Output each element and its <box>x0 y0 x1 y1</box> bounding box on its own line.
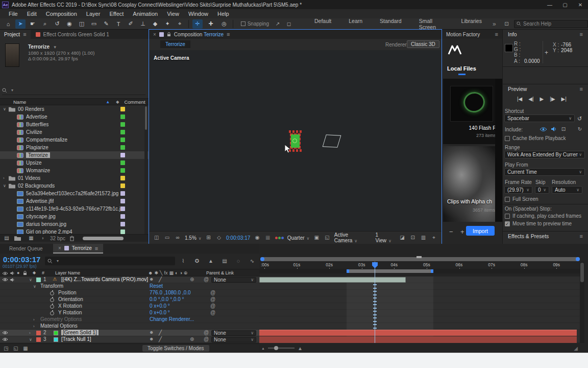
expander-icon[interactable]: › <box>3 176 9 180</box>
panel-menu-icon[interactable]: ≡ <box>580 233 583 239</box>
label-chip[interactable] <box>36 331 41 335</box>
label-chip[interactable] <box>120 107 125 111</box>
play-from-dropdown[interactable]: Current Time∨ <box>504 168 585 176</box>
label-chip[interactable] <box>120 206 125 211</box>
expander-icon[interactable]: ∨ <box>3 183 9 188</box>
transparency-grid-icon[interactable]: ◱ <box>324 235 331 241</box>
workspace-tab[interactable]: Libraries <box>453 18 491 30</box>
label-chip[interactable] <box>120 160 125 165</box>
timeline-row[interactable]: Y Rotation 0 x+0.0 ° @ <box>0 310 259 316</box>
transport-button[interactable]: ◀| <box>528 96 533 102</box>
timeline-search[interactable]: ▾ <box>45 257 175 265</box>
parent-dropdown[interactable]: None∨ <box>211 330 256 336</box>
trash-icon[interactable] <box>69 236 75 241</box>
axis-mode-button[interactable]: ◎ <box>219 19 229 29</box>
label-chip[interactable] <box>120 153 125 157</box>
renderer-button[interactable]: Classic 3D <box>407 40 439 48</box>
label-chip[interactable] <box>120 176 125 180</box>
timeline-option-icon[interactable]: ✪ <box>193 258 201 264</box>
eye-column-icon[interactable] <box>2 271 8 275</box>
menu-item[interactable]: File <box>4 11 22 17</box>
layer-bar-camera[interactable] <box>259 277 406 283</box>
tab-timeline-terrorize[interactable]: × Terrorize ≡ <box>53 244 103 254</box>
tool-button[interactable]: ☛ <box>28 19 38 29</box>
transport-button[interactable]: ▶ <box>540 96 544 102</box>
full-screen-checkbox[interactable] <box>505 197 510 202</box>
project-item[interactable]: Butterflies <box>0 121 149 128</box>
row-name[interactable]: Transform <box>40 283 63 289</box>
timeline-row[interactable]: ∨ 3 [Track Null 1] ☻ ╱ ⊕ @ None∨ <box>0 336 259 343</box>
transport-button[interactable]: |▶ <box>550 96 555 102</box>
tool-button[interactable]: ◆ <box>150 19 160 29</box>
row-name[interactable]: Position <box>58 290 77 295</box>
menu-item[interactable]: Effect <box>105 11 128 17</box>
layer-wireframe[interactable] <box>323 134 341 148</box>
import-button[interactable]: Import <box>466 226 495 236</box>
menu-item[interactable]: Animation <box>128 11 162 17</box>
snapping-checkbox[interactable] <box>241 21 246 26</box>
playhead-line[interactable] <box>375 262 375 343</box>
timeline-row[interactable]: Orientation 0.0 °,0.0 °,0.0 ° @ <box>0 296 259 303</box>
time-navigator[interactable] <box>260 257 580 261</box>
transport-button[interactable]: |◀ <box>517 96 522 102</box>
label-chip[interactable] <box>120 191 125 196</box>
timeline-option-icon[interactable]: ⌇ <box>180 258 187 264</box>
stopwatch-icon[interactable] <box>50 311 54 316</box>
label-chip[interactable] <box>120 229 125 234</box>
workspace-tab[interactable]: Small Screen <box>410 18 453 30</box>
property-value[interactable]: 0 x+0.0 ° <box>150 303 170 309</box>
row-name[interactable]: [Track Null 1] <box>61 336 91 342</box>
project-item[interactable]: Womanize <box>0 167 149 174</box>
shortcut-dropdown[interactable]: Spacebar∨ <box>504 114 575 122</box>
label-chip[interactable] <box>120 130 125 134</box>
property-value[interactable]: 0.0 °,0.0 °,0.0 ° <box>150 296 184 302</box>
panel-menu-icon[interactable]: ≡ <box>580 31 583 37</box>
pixel-aspect-icon[interactable]: ◪ <box>399 235 406 241</box>
timeline-pane-toggle-icon[interactable]: ◳ <box>3 345 10 352</box>
timeline-row[interactable]: › Material Options <box>0 323 259 330</box>
tab-render-queue[interactable]: Render Queue <box>9 246 43 251</box>
toggle-switches-button[interactable]: Toggle Switches / Modes <box>142 345 209 352</box>
minimize-button[interactable]: — <box>542 0 557 9</box>
project-item[interactable]: ∨ 02 Backgrounds <box>0 182 149 190</box>
always-preview-icon[interactable]: ◫ <box>153 235 160 241</box>
property-value[interactable]: 776.0 ,1080.0 ,0.0 <box>150 290 191 295</box>
green-solid-layer[interactable] <box>291 134 300 148</box>
timeline-row[interactable]: Position 776.0 ,1080.0 ,0.0 @ <box>0 290 259 296</box>
navigator-end-handle[interactable] <box>576 257 580 261</box>
current-timecode[interactable]: 0:00:03:17 <box>3 255 40 264</box>
audio-icon[interactable] <box>10 278 15 282</box>
tool-button[interactable]: ◉ <box>64 19 75 29</box>
project-item[interactable]: Advertise.jfif <box>0 197 149 205</box>
menu-item[interactable]: Window <box>184 11 213 17</box>
row-name[interactable]: Orientation <box>58 296 83 302</box>
time-ruler[interactable]: :00s01s02s03s04s05s06s07s08s09s <box>259 262 581 269</box>
solid-color-swatch[interactable] <box>54 337 58 342</box>
layer-bar-green-solid[interactable] <box>259 330 577 336</box>
project-item[interactable]: cityscape.jpg <box>0 213 149 220</box>
workspace-manager-icon[interactable]: ⊡ <box>503 20 510 27</box>
label-chip[interactable] <box>36 278 41 282</box>
tool-button[interactable]: ▭ <box>89 19 99 29</box>
quality-icon[interactable]: ╱ <box>159 330 162 335</box>
maximize-button[interactable]: ▢ <box>557 0 573 9</box>
audio-column-icon[interactable] <box>10 271 15 275</box>
timeline-row[interactable]: X Rotation 0 x+0.0 ° @ <box>0 303 259 310</box>
timeline-option-icon[interactable]: ◌ <box>235 258 242 264</box>
stopwatch-icon[interactable] <box>50 304 54 310</box>
include-video-icon[interactable] <box>540 127 547 132</box>
close-button[interactable]: ✕ <box>573 0 588 9</box>
3d-layer-icon[interactable]: ⊕ <box>190 277 194 282</box>
label-chip[interactable] <box>120 114 125 119</box>
pickwhip-icon[interactable]: @ <box>210 290 215 295</box>
tool-button[interactable]: ✐ <box>126 19 136 29</box>
tool-button[interactable]: ⌂ <box>3 19 13 29</box>
property-value[interactable]: Change Renderer... <box>150 316 194 322</box>
expander-icon[interactable]: ∨ <box>33 284 36 289</box>
timeline-option-icon[interactable]: ▲ <box>207 258 214 264</box>
label-chip[interactable] <box>120 214 125 219</box>
tool-button[interactable]: ⌖ <box>175 19 185 29</box>
view-layout-dropdown[interactable]: 1 View∨ <box>375 232 395 243</box>
quality-icon[interactable]: ╱ <box>159 277 162 282</box>
move-time-checkbox[interactable] <box>505 221 510 226</box>
